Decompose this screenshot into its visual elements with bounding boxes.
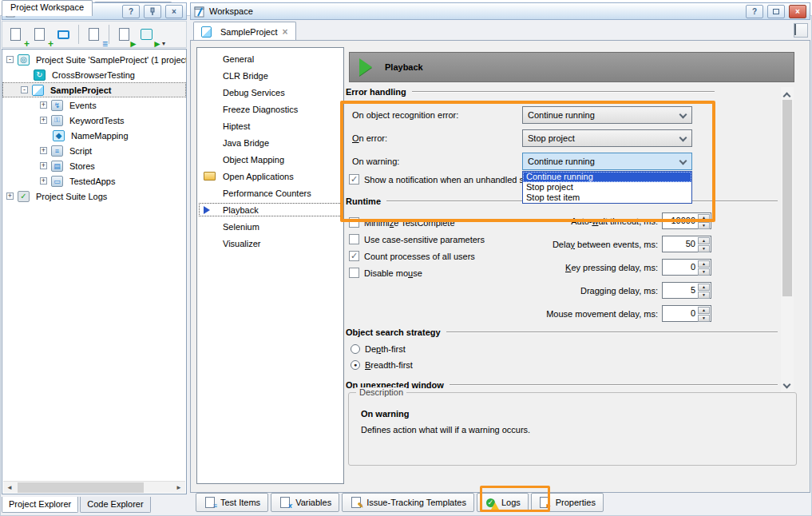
tab-project-workspace[interactable]: Project Workspace [2, 0, 93, 16]
checkbox-use-case-sensitive-parameters[interactable]: Use case-sensitive parameters [349, 234, 485, 244]
toolbar-dropdown-icon[interactable]: ▾ [162, 40, 165, 47]
pin-button[interactable] [144, 5, 161, 18]
checkbox-box[interactable] [349, 268, 359, 278]
scrollbar-thumb[interactable] [782, 100, 792, 296]
content-vertical-scrollbar[interactable] [781, 87, 794, 392]
close-tab-icon[interactable]: × [283, 26, 288, 38]
scroll-right-icon[interactable]: ► [172, 484, 185, 491]
tab-project-explorer[interactable]: Project Explorer [2, 497, 78, 513]
checkbox-box[interactable]: ✓ [349, 174, 359, 185]
scroll-left-icon[interactable]: ◄ [3, 484, 16, 491]
close-workspace-button[interactable]: × [789, 5, 806, 18]
help-button[interactable]: ? [746, 5, 763, 18]
tree-row-project-suite-logs[interactable]: + ✓ Project Suite Logs [2, 189, 186, 204]
checkbox-disable-mouse[interactable]: Disable mouse [349, 268, 422, 278]
spinner-auto-wait-timeout[interactable]: 10000 ▲▼ [662, 212, 711, 229]
spin-down-icon[interactable]: ▼ [698, 292, 710, 299]
radio-breadth-first[interactable]: ● Breadth-first [351, 360, 413, 370]
expand-icon[interactable]: + [40, 147, 47, 154]
tab-issue-tracking-templates[interactable]: ✎ Issue-Tracking Templates [342, 493, 474, 512]
page-item-visualizer[interactable]: Visualizer [197, 235, 343, 252]
tab-variables[interactable]: x Variables [271, 493, 339, 512]
scrollbar-thumb[interactable] [18, 482, 144, 493]
radio-circle[interactable] [351, 344, 360, 354]
project-doc-icon [201, 26, 212, 38]
page-item-hiptest[interactable]: Hiptest [197, 117, 343, 134]
checkbox-box[interactable]: ✓ [349, 251, 359, 261]
tab-list-dropdown-button[interactable] [794, 23, 808, 38]
open-project-button[interactable] [53, 24, 74, 46]
collapse-icon[interactable]: - [6, 56, 14, 63]
dropdown-option-stop-test-item[interactable]: Stop test item [523, 193, 691, 203]
radio-depth-first[interactable]: Depth-first [351, 344, 406, 354]
close-panel-button[interactable]: × [165, 5, 183, 18]
dropdown-option-stop-project[interactable]: Stop project [523, 182, 691, 193]
page-item-clr-bridge[interactable]: CLR Bridge [197, 67, 343, 84]
spin-up-icon[interactable]: ▲ [698, 260, 710, 268]
run-project-suite-button[interactable]: ► [137, 24, 159, 46]
new-project-suite-button[interactable]: + [5, 24, 26, 46]
run-project-button[interactable]: ► [113, 24, 135, 46]
tab-test-items[interactable]: ≡ Test Items [196, 493, 268, 512]
tab-properties[interactable]: ► Properties [531, 493, 604, 512]
spinner-mouse-movement-delay[interactable]: 0 ▲▼ [662, 305, 711, 322]
label-key-pressing-delay: Key pressing delay, ms: [482, 263, 658, 272]
page-item-playback[interactable]: Playback [197, 201, 343, 218]
restore-button[interactable] [767, 5, 785, 18]
checkbox-box[interactable] [349, 234, 359, 244]
expand-icon[interactable]: + [40, 117, 47, 124]
expand-icon[interactable]: + [40, 101, 47, 109]
page-item-object-mapping[interactable]: Object Mapping [197, 151, 343, 168]
spinner-delay-between-events[interactable]: 50 ▲▼ [662, 236, 711, 252]
expand-icon[interactable]: + [6, 193, 14, 200]
scroll-up-icon[interactable] [783, 93, 791, 101]
spin-down-icon[interactable]: ▼ [698, 245, 710, 252]
new-project-button[interactable]: + [29, 24, 50, 46]
checkbox-box[interactable] [349, 217, 359, 228]
page-item-performance-counters[interactable]: Performance Counters [197, 185, 343, 201]
dropdown-option-continue-running[interactable]: Continue running [523, 172, 691, 182]
events-folder-icon: ↯ [51, 100, 63, 111]
page-item-debug-services[interactable]: Debug Services [197, 84, 343, 101]
page-item-open-applications[interactable]: Open Applications [197, 168, 343, 185]
radio-circle[interactable]: ● [351, 360, 360, 370]
help-button[interactable]: ? [122, 5, 140, 18]
page-item-freeze-diagnostics[interactable]: Freeze Diagnostics [197, 101, 343, 117]
scroll-down-icon[interactable] [783, 381, 791, 389]
checkbox-count-processes-of-all-users[interactable]: ✓ Count processes of all users [349, 251, 475, 261]
tree-row-script[interactable]: + ≡ Script [2, 143, 186, 158]
collapse-icon[interactable]: - [21, 86, 28, 93]
checkbox-minimize-testcomplete[interactable]: Minimize TestComplete [349, 217, 455, 228]
spin-up-icon[interactable]: ▲ [698, 237, 710, 244]
tab-code-explorer[interactable]: Code Explorer [80, 497, 150, 513]
expand-icon[interactable]: + [40, 177, 47, 185]
tree-row-keywordtests[interactable]: + ⚿ KeywordTests [2, 113, 186, 128]
tree-row-events[interactable]: + ↯ Events [2, 97, 186, 113]
spin-up-icon[interactable]: ▲ [698, 284, 710, 291]
spin-up-icon[interactable]: ▲ [698, 307, 710, 314]
tree-row-project-suite[interactable]: - ◎ Project Suite 'SampleProject' (1 pro… [2, 52, 186, 67]
organize-test-items-button[interactable]: ≡ [83, 24, 105, 46]
tree-horizontal-scrollbar[interactable]: ◄ ► [3, 481, 185, 493]
tree-row-testedapps[interactable]: + ▭ TestedApps [2, 173, 186, 189]
tree-row-namemapping[interactable]: ◆ NameMapping [2, 128, 186, 143]
tree-row-sampleproject[interactable]: - SampleProject [2, 82, 186, 97]
spin-down-icon[interactable]: ▼ [698, 268, 710, 276]
spin-down-icon[interactable]: ▼ [698, 315, 710, 322]
combo-on-error[interactable]: Stop project [522, 129, 692, 147]
spin-down-icon[interactable]: ▼ [698, 222, 710, 229]
combo-on-warning[interactable]: Continue running [522, 153, 692, 170]
page-item-general[interactable]: General [197, 50, 343, 67]
page-item-selenium[interactable]: Selenium [197, 218, 343, 235]
page-item-java-bridge[interactable]: Java Bridge [197, 134, 343, 151]
tree-row-stores[interactable]: + ▤ Stores [2, 158, 186, 173]
combo-on-object-recognition-error[interactable]: Continue running [522, 106, 692, 124]
expand-icon[interactable]: + [40, 162, 47, 169]
tab-logs[interactable]: ✓ Logs [477, 493, 529, 512]
spin-up-icon[interactable]: ▲ [698, 214, 710, 221]
spinner-key-pressing-delay[interactable]: 0 ▲▼ [662, 259, 711, 276]
spinner-dragging-delay[interactable]: 5 ▲▼ [662, 282, 711, 299]
logs-icon: ✓ [485, 497, 497, 508]
tab-sampleproject[interactable]: SampleProject × [193, 22, 296, 41]
tree-row-crossbrowsertesting[interactable]: ↻ CrossBrowserTesting [2, 67, 186, 82]
